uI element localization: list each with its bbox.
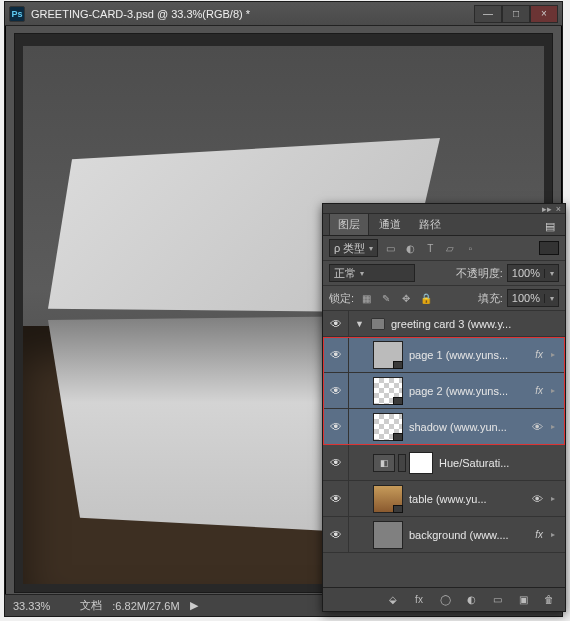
smart-object-badge: [393, 397, 403, 405]
delete-layer-icon[interactable]: 🗑: [541, 593, 557, 607]
lock-all-icon[interactable]: 🔒: [418, 291, 434, 305]
filter-pixel-icon[interactable]: ▭: [382, 241, 398, 255]
opacity-input[interactable]: 100% ▾: [507, 264, 559, 282]
fx-badge[interactable]: fx: [535, 529, 545, 540]
chevron-down-icon: ▾: [360, 269, 364, 278]
layer-thumbnail[interactable]: [373, 341, 403, 369]
fx-disclosure[interactable]: ▸: [551, 530, 561, 539]
fill-input[interactable]: 100% ▾: [507, 289, 559, 307]
layer-thumbnail[interactable]: [373, 413, 403, 441]
chevron-down-icon[interactable]: ▾: [544, 294, 558, 303]
panel-footer: ⬙ fx ◯ ◐ ▭ ▣ 🗑: [323, 587, 565, 611]
visibility-toggle[interactable]: 👁: [323, 517, 349, 552]
layers-panel[interactable]: ▸▸ × 图层 通道 路径 ▤ ρ 类型 ▾ ▭ ◐ T ▱ ▫ 正常 ▾ 不透…: [322, 203, 566, 612]
layer-list[interactable]: 👁 ▼ greeting card 3 (www.y... 👁 page 1 (…: [323, 311, 565, 587]
layer-row[interactable]: 👁 page 2 (www.yuns... fx ▸: [323, 373, 565, 409]
blend-mode-select[interactable]: 正常 ▾: [329, 264, 415, 282]
layer-name[interactable]: Hue/Saturati...: [439, 457, 561, 469]
fx-disclosure[interactable]: ▸: [551, 422, 561, 431]
mask-thumbnail[interactable]: [409, 452, 433, 474]
zoom-level[interactable]: 33.33%: [13, 600, 50, 612]
layer-row[interactable]: 👁 ◧ Hue/Saturati...: [323, 445, 565, 481]
filter-row: ρ 类型 ▾ ▭ ◐ T ▱ ▫: [323, 236, 565, 261]
fx-disclosure[interactable]: ▸: [551, 386, 561, 395]
minimize-button[interactable]: —: [474, 5, 502, 23]
panel-tabs: 图层 通道 路径 ▤: [323, 214, 565, 236]
filter-type-select[interactable]: ρ 类型 ▾: [329, 239, 378, 257]
visibility-toggle[interactable]: 👁: [323, 373, 349, 408]
filter-adjust-icon[interactable]: ◐: [402, 241, 418, 255]
close-button[interactable]: ×: [530, 5, 558, 23]
eye-icon[interactable]: 👁: [532, 421, 545, 433]
fx-badge[interactable]: fx: [535, 385, 545, 396]
visibility-toggle[interactable]: 👁: [323, 409, 349, 444]
filter-toggle[interactable]: [539, 241, 559, 255]
layer-thumbnail[interactable]: [373, 521, 403, 549]
smart-object-badge: [393, 433, 403, 441]
titlebar[interactable]: Ps GREETING-CARD-3.psd @ 33.3%(RGB/8) * …: [5, 2, 562, 26]
collapse-icon[interactable]: ▸▸: [542, 204, 552, 214]
document-title: GREETING-CARD-3.psd @ 33.3%(RGB/8) *: [31, 8, 474, 20]
adjustment-layer-icon[interactable]: ◐: [463, 593, 479, 607]
lock-label: 锁定:: [329, 291, 354, 306]
eye-icon[interactable]: 👁: [532, 493, 545, 505]
fx-menu-icon[interactable]: fx: [411, 593, 427, 607]
layer-row[interactable]: 👁 background (www.... fx ▸: [323, 517, 565, 553]
layer-row[interactable]: 👁 shadow (www.yun... 👁 ▸: [323, 409, 565, 445]
link-layers-icon[interactable]: ⬙: [385, 593, 401, 607]
doc-info-label: 文档: [80, 598, 102, 613]
lock-pixels-icon[interactable]: ▦: [358, 291, 374, 305]
new-group-icon[interactable]: ▭: [489, 593, 505, 607]
fx-disclosure[interactable]: ▸: [551, 494, 561, 503]
tab-channels[interactable]: 通道: [371, 214, 409, 235]
smart-object-badge: [393, 361, 403, 369]
filter-text-icon[interactable]: T: [422, 241, 438, 255]
visibility-toggle[interactable]: 👁: [323, 481, 349, 516]
layer-name[interactable]: page 1 (www.yuns...: [409, 349, 529, 361]
layer-name[interactable]: background (www....: [409, 529, 529, 541]
filter-shape-icon[interactable]: ▱: [442, 241, 458, 255]
new-layer-icon[interactable]: ▣: [515, 593, 531, 607]
layer-name[interactable]: page 2 (www.yuns...: [409, 385, 529, 397]
layer-row[interactable]: 👁 page 1 (www.yuns... fx ▸: [323, 337, 565, 373]
filter-smart-icon[interactable]: ▫: [462, 241, 478, 255]
chevron-down-icon: ▾: [369, 244, 373, 253]
lock-position-icon[interactable]: ✥: [398, 291, 414, 305]
panel-menu-icon[interactable]: ▤: [541, 218, 559, 235]
opacity-label: 不透明度:: [456, 266, 503, 281]
blend-row: 正常 ▾ 不透明度: 100% ▾: [323, 261, 565, 286]
layer-row[interactable]: 👁 table (www.yu... 👁 ▸: [323, 481, 565, 517]
group-name[interactable]: greeting card 3 (www.y...: [391, 318, 561, 330]
fx-badge[interactable]: fx: [535, 349, 545, 360]
tab-layers[interactable]: 图层: [329, 213, 369, 235]
tab-paths[interactable]: 路径: [411, 214, 449, 235]
visibility-toggle[interactable]: 👁: [323, 337, 349, 372]
adjustment-icon: ◧: [373, 454, 395, 472]
selected-layers-region: 👁 page 1 (www.yuns... fx ▸ 👁 page 2 (www…: [323, 337, 565, 445]
app-icon: Ps: [9, 6, 25, 22]
maximize-button[interactable]: □: [502, 5, 530, 23]
lock-row: 锁定: ▦ ✎ ✥ 🔒 填充: 100% ▾: [323, 286, 565, 311]
layer-name[interactable]: table (www.yu...: [409, 493, 526, 505]
lock-brush-icon[interactable]: ✎: [378, 291, 394, 305]
visibility-toggle[interactable]: 👁: [323, 445, 349, 480]
chevron-down-icon[interactable]: ▾: [544, 269, 558, 278]
fill-label: 填充:: [478, 291, 503, 306]
doc-info-size: :6.82M/27.6M: [112, 600, 179, 612]
layer-name[interactable]: shadow (www.yun...: [409, 421, 526, 433]
layer-group[interactable]: 👁 ▼ greeting card 3 (www.y...: [323, 311, 565, 337]
doc-info-menu[interactable]: ▶: [190, 599, 198, 612]
visibility-toggle[interactable]: 👁: [323, 311, 349, 336]
folder-icon: [371, 318, 385, 330]
panel-close-icon[interactable]: ×: [556, 204, 561, 214]
smart-object-badge: [393, 505, 403, 513]
fx-disclosure[interactable]: ▸: [551, 350, 561, 359]
link-icon: [398, 454, 406, 472]
layer-thumbnail[interactable]: [373, 377, 403, 405]
mask-icon[interactable]: ◯: [437, 593, 453, 607]
layer-thumbnail[interactable]: [373, 485, 403, 513]
disclosure-triangle[interactable]: ▼: [355, 319, 365, 329]
